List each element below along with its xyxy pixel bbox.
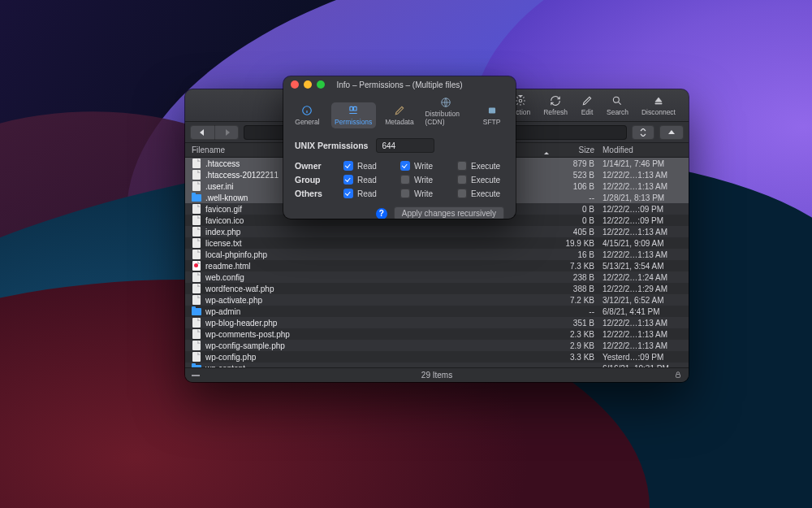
unix-permissions-label: UNIX Permissions: [295, 141, 368, 150]
info-body: UNIX Permissions OwnerReadWriteExecuteGr…: [283, 132, 516, 219]
file-name: wp-blog-header.php: [205, 319, 551, 328]
info-titlebar[interactable]: Info – Permissions – (Multiple files): [283, 76, 516, 93]
file-modified: 12/22/2…1:13 AM: [598, 250, 689, 259]
search-label: Search: [607, 108, 628, 116]
table-row[interactable]: license.txt19.9 KB4/15/21, 9:09 AM: [185, 237, 689, 249]
table-row[interactable]: wp-admin--6/8/21, 4:41 PM: [185, 306, 689, 317]
perm-role-group: Group: [295, 175, 343, 185]
checkbox-label: Write: [414, 189, 433, 198]
file-name: index.php: [205, 228, 551, 237]
zoom-icon[interactable]: [317, 80, 325, 89]
col-size[interactable]: Size: [551, 145, 598, 154]
nav-back-forward: [190, 125, 239, 140]
file-name: wp-config-sample.php: [205, 341, 551, 350]
forward-button[interactable]: [214, 125, 239, 140]
sftp-icon: [486, 105, 499, 116]
checkbox-owner-read[interactable]: Read: [343, 161, 400, 171]
unix-permissions-field[interactable]: [376, 138, 434, 153]
file-size: 879 B: [551, 159, 598, 168]
checkbox-box-icon: [400, 161, 410, 171]
disconnect-button[interactable]: Disconnect: [637, 95, 680, 116]
file-modified: 12/22/2…1:13 AM: [598, 182, 689, 191]
pencil-icon: [581, 95, 594, 106]
permissions-icon: [347, 105, 360, 116]
help-button[interactable]: ?: [376, 208, 387, 219]
edit-button[interactable]: Edit: [576, 95, 598, 116]
table-row[interactable]: local-phpinfo.php16 B12/22/2…1:13 AM: [185, 249, 689, 260]
file-modified: 4/15/21, 9:09 AM: [598, 239, 689, 248]
info-tabs: General Permissions Metadata Distributio…: [283, 93, 516, 132]
tab-cdn[interactable]: Distribution (CDN): [423, 94, 468, 128]
checkbox-box-icon: [400, 189, 410, 198]
checkbox-box-icon: [343, 175, 353, 185]
svg-point-0: [520, 99, 523, 102]
search-icon: [611, 95, 624, 106]
metadata-icon: [393, 105, 406, 116]
file-name: wordfence-waf.php: [205, 284, 551, 293]
file-modified: Yesterd…:09 PM: [598, 353, 689, 362]
file-size: --: [551, 193, 598, 202]
back-button[interactable]: [190, 125, 214, 140]
table-row[interactable]: web.config238 B12/22/2…1:24 AM: [185, 271, 689, 283]
file-icon: [192, 238, 201, 248]
table-row[interactable]: index.php405 B12/22/2…1:13 AM: [185, 226, 689, 237]
file-icon: [192, 181, 201, 191]
checkbox-others-read[interactable]: Read: [343, 189, 400, 198]
table-row[interactable]: wp-comments-post.php2.3 KB12/22/2…1:13 A…: [185, 328, 689, 340]
file-size: 19.9 KB: [551, 239, 598, 248]
file-name: readme.html: [205, 262, 551, 271]
file-icon: [192, 284, 201, 293]
file-size: 0 B: [551, 216, 598, 225]
col-modified[interactable]: Modified: [598, 145, 689, 154]
permissions-grid: OwnerReadWriteExecuteGroupReadWriteExecu…: [295, 161, 504, 198]
tab-metadata[interactable]: Metadata: [378, 102, 422, 128]
refresh-label: Refresh: [543, 108, 568, 116]
checkbox-others-execute[interactable]: Execute: [457, 189, 514, 198]
tab-sftp[interactable]: SFTP: [469, 102, 514, 128]
file-icon: [192, 295, 201, 305]
transfer-indicator-icon: [192, 375, 200, 376]
file-icon: [192, 158, 201, 168]
file-size: 351 B: [551, 319, 598, 328]
table-row[interactable]: wp-blog-header.php351 B12/22/2…1:13 AM: [185, 317, 689, 328]
minimize-icon[interactable]: [304, 80, 312, 89]
checkbox-group-execute[interactable]: Execute: [457, 175, 514, 185]
perm-role-owner: Owner: [295, 161, 343, 171]
checkbox-group-write[interactable]: Write: [400, 175, 457, 185]
checkbox-owner-write[interactable]: Write: [400, 161, 457, 171]
checkbox-group-read[interactable]: Read: [343, 175, 400, 185]
perm-role-others: Others: [295, 189, 343, 198]
file-name: wp-admin: [205, 307, 551, 316]
table-row[interactable]: wp-config.php3.3 KBYesterd…:09 PM: [185, 351, 689, 363]
checkbox-owner-execute[interactable]: Execute: [457, 161, 514, 171]
checkbox-others-write[interactable]: Write: [400, 189, 457, 198]
checkbox-box-icon: [343, 161, 353, 171]
search-button[interactable]: Search: [602, 95, 633, 116]
file-size: 7.2 KB: [551, 296, 598, 305]
tab-general[interactable]: General: [285, 102, 330, 128]
path-popup-button[interactable]: [632, 125, 654, 140]
info-title: Info – Permissions – (Multiple files): [336, 80, 462, 89]
file-size: 405 B: [551, 228, 598, 237]
file-size: 3.3 KB: [551, 353, 598, 362]
up-button[interactable]: [659, 125, 684, 140]
table-row[interactable]: wordfence-waf.php388 B12/22/2…1:29 AM: [185, 283, 689, 294]
apply-recursively-button[interactable]: Apply changes recursively: [394, 206, 504, 219]
table-row[interactable]: wp-config-sample.php2.9 KB12/22/2…1:13 A…: [185, 340, 689, 351]
close-icon[interactable]: [291, 80, 299, 89]
file-modified: 12/22/2…1:13 AM: [598, 330, 689, 339]
traffic-lights: [291, 80, 325, 89]
refresh-icon: [549, 95, 562, 106]
file-name: license.txt: [205, 239, 551, 248]
table-row[interactable]: wp-activate.php7.2 KB3/12/21, 6:52 AM: [185, 294, 689, 306]
file-modified: 12/22/2…1:13 AM: [598, 171, 689, 180]
tab-permissions[interactable]: Permissions: [331, 102, 376, 128]
info-panel[interactable]: Info – Permissions – (Multiple files) Ge…: [283, 76, 516, 219]
checkbox-label: Execute: [471, 162, 500, 171]
refresh-button[interactable]: Refresh: [538, 95, 572, 116]
edit-label: Edit: [581, 108, 594, 116]
file-name: wp-config.php: [205, 353, 551, 362]
file-modified: 12/22/2…1:13 AM: [598, 228, 689, 237]
table-row[interactable]: readme.html7.3 KB5/13/21, 3:54 AM: [185, 260, 689, 271]
disconnect-label: Disconnect: [641, 108, 676, 116]
